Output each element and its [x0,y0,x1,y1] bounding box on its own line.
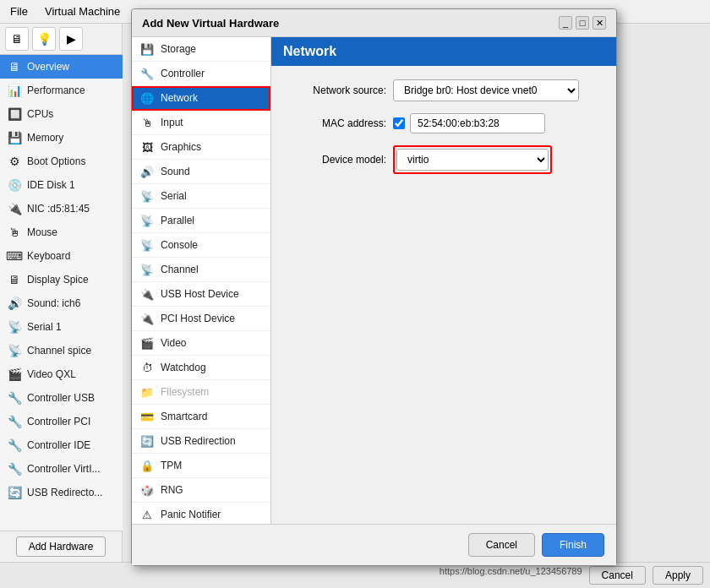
sidebar-item-serial[interactable]: 📡 Serial 1 [0,315,123,339]
network-source-select[interactable]: Bridge br0: Host device vnet0 [393,79,579,101]
sound-icon: 🔊 [7,296,22,311]
menu-vm[interactable]: Virtual Machine [41,3,123,19]
sidebar-item-usb-redir[interactable]: 🔄 USB Redirecto... [0,481,123,504]
toolbar-btn-light[interactable]: 💡 [32,27,56,51]
menu-file[interactable]: File [7,3,31,19]
hw-item-rng[interactable]: 🎲 RNG [132,478,270,503]
panic-hw-icon: ⚠ [140,508,154,521]
hw-item-channel[interactable]: 📡 Channel [132,258,270,282]
sidebar-item-ide-disk[interactable]: 💿 IDE Disk 1 [0,173,123,197]
sidebar-item-nic[interactable]: 🔌 NIC :d5:81:45 [0,197,123,220]
hw-label-serial: Serial [161,190,187,202]
finish-button[interactable]: Finish [542,533,604,557]
bottom-apply-button[interactable]: Apply [653,566,703,585]
sidebar-label-ide: IDE Disk 1 [27,179,75,191]
hw-item-smartcard[interactable]: 💳 Smartcard [132,405,270,429]
serial-hw-icon: 📡 [140,189,154,203]
mac-checkbox[interactable] [393,117,405,129]
sidebar-item-keyboard[interactable]: ⌨ Keyboard [0,244,123,268]
hw-item-usb-redir[interactable]: 🔄 USB Redirection [132,429,270,454]
hw-item-filesystem[interactable]: 📁 Filesystem [132,380,270,405]
dialog-minimize-btn[interactable]: _ [559,16,572,30]
pci-host-hw-icon: 🔌 [140,312,154,325]
model-label: Device model: [285,154,386,166]
sidebar-item-boot-options[interactable]: ⚙ Boot Options [0,150,123,173]
parallel-hw-icon: 📡 [140,214,154,227]
sidebar-item-channel[interactable]: 📡 Channel spice [0,339,123,362]
dialog-maximize-btn[interactable]: □ [576,16,589,30]
usb-host-hw-icon: 🔌 [140,287,154,301]
sidebar-item-ctrl-pci[interactable]: 🔧 Controller PCI [0,410,123,433]
hw-label-usb-redir: USB Redirection [161,435,236,447]
cancel-button[interactable]: Cancel [468,533,535,557]
bottom-cancel-button[interactable]: Cancel [589,566,646,585]
dialog-titlebar: Add New Virtual Hardware _ □ ✕ [132,9,616,37]
sidebar-item-sound[interactable]: 🔊 Sound: ich6 [0,291,123,315]
channel-hw-icon: 📡 [140,263,154,276]
source-label: Network source: [285,84,386,96]
sidebar-item-display[interactable]: 🖥 Display Spice [0,268,123,291]
toolbar: 🖥 💡 ▶ [0,24,122,55]
sidebar-item-performance[interactable]: 📊 Performance [0,79,123,102]
hw-item-watchdog[interactable]: ⏱ Watchdog [132,356,270,380]
mac-address-row: MAC address: [285,113,603,133]
dialog-body: 💾 Storage 🔧 Controller 🌐 Network 🖱 Input… [132,37,616,524]
hw-item-tpm[interactable]: 🔒 TPM [132,454,270,478]
toolbar-btn-screen[interactable]: 🖥 [5,27,29,51]
hw-item-parallel[interactable]: 📡 Parallel [132,209,270,233]
sidebar-label-channel: Channel spice [27,345,91,357]
sound-hw-icon: 🔊 [140,165,154,178]
sidebar-label-serial: Serial 1 [27,321,62,333]
sidebar-item-ctrl-usb[interactable]: 🔧 Controller USB [0,386,123,410]
sidebar-label-video: Video QXL [27,368,76,380]
sidebar-item-ctrl-virtio[interactable]: 🔧 Controller VirtI... [0,457,123,481]
sidebar-item-video[interactable]: 🎬 Video QXL [0,362,123,386]
hw-item-graphics[interactable]: 🖼 Graphics [132,135,270,160]
sidebar-label-memory: Memory [27,132,63,144]
sidebar-item-overview[interactable]: 🖥 Overview [0,55,123,79]
ctrl-ide-icon: 🔧 [7,438,22,453]
dialog-footer: Cancel Finish [132,524,616,565]
hw-item-video[interactable]: 🎬 Video [132,331,270,356]
hw-item-sound[interactable]: 🔊 Sound [132,160,270,184]
hw-label-console: Console [161,239,198,251]
sidebar-label-display: Display Spice [27,274,89,286]
add-hardware-button[interactable]: Add Hardware [16,536,106,557]
sidebar-item-mouse[interactable]: 🖱 Mouse [0,220,123,244]
ide-icon: 💿 [7,177,22,193]
hw-label-watchdog: Watchdog [161,362,206,373]
sidebar-label-boot: Boot Options [27,155,85,167]
sidebar-item-ctrl-ide[interactable]: 🔧 Controller IDE [0,433,123,457]
dialog-title: Add New Virtual Hardware [142,17,279,30]
hw-item-serial[interactable]: 📡 Serial [132,184,270,209]
hw-settings-title: Network [271,37,616,66]
tpm-hw-icon: 🔒 [140,459,154,472]
sidebar-item-cpus[interactable]: 🔲 CPUs [0,102,123,126]
sidebar-label-ctrl-ide: Controller IDE [27,439,90,451]
mac-input[interactable] [410,113,545,133]
hw-label-video: Video [161,337,186,349]
hw-item-console[interactable]: 📡 Console [132,233,270,258]
hw-item-input[interactable]: 🖱 Input [132,111,270,135]
memory-icon: 💾 [7,130,22,145]
hw-label-network: Network [161,92,198,104]
ctrl-pci-icon: 🔧 [7,414,22,429]
add-hardware-section: Add Hardware [0,531,122,562]
toolbar-btn-play[interactable]: ▶ [59,27,83,51]
hw-item-storage[interactable]: 💾 Storage [132,37,270,62]
sidebar-label-ctrl-usb: Controller USB [27,392,95,404]
network-source-row: Network source: Bridge br0: Host device … [285,79,603,101]
hw-item-pci-host[interactable]: 🔌 PCI Host Device [132,307,270,331]
sidebar-item-memory[interactable]: 💾 Memory [0,126,123,150]
sidebar-label-keyboard: Keyboard [27,250,70,262]
keyboard-icon: ⌨ [7,248,22,264]
device-model-select[interactable]: virtio e1000 rtl8139 [396,149,549,171]
hw-label-sound: Sound [161,166,190,177]
hw-item-panic[interactable]: ⚠ Panic Notifier [132,503,270,524]
dialog-close-btn[interactable]: ✕ [593,16,606,30]
hw-item-usb-host[interactable]: 🔌 USB Host Device [132,282,270,307]
display-icon: 🖥 [7,272,22,287]
mac-input-wrap [393,113,545,133]
hw-item-network[interactable]: 🌐 Network [132,86,270,111]
hw-item-controller[interactable]: 🔧 Controller [132,62,270,86]
